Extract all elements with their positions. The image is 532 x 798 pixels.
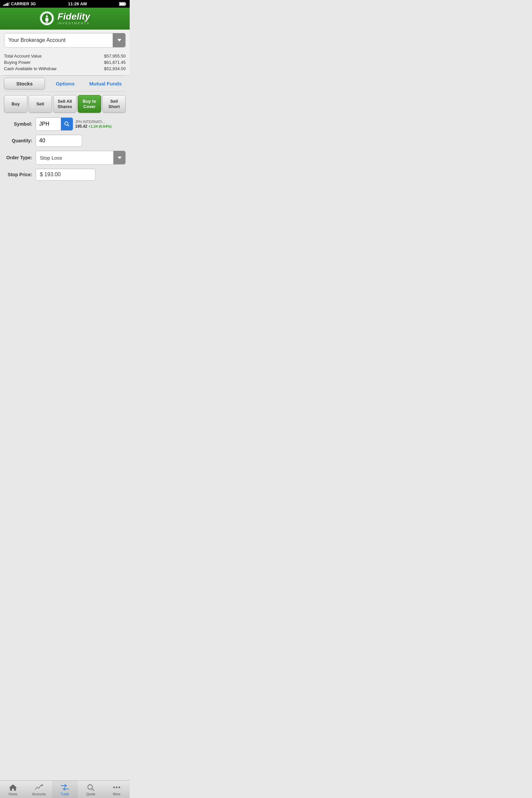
- symbol-row: Symbol: JPH INTERNATI... 195.42: [4, 117, 126, 131]
- quantity-label: Quantity:: [4, 138, 36, 143]
- status-bar: CARRIER 3G 11:26 AM: [0, 0, 130, 8]
- account-dropdown-button[interactable]: [113, 33, 125, 47]
- account-values: Total Account Value $57,955.50 Buying Po…: [0, 50, 130, 75]
- signal-bars: [3, 2, 10, 6]
- svg-marker-8: [117, 39, 121, 41]
- svg-line-10: [68, 125, 69, 126]
- quantity-row: Quantity:: [4, 135, 126, 147]
- tab-mutual-funds[interactable]: Mutual Funds: [86, 78, 126, 89]
- trade-type-section: Stocks Options Mutual Funds: [0, 75, 130, 92]
- status-time: 11:26 AM: [68, 1, 87, 6]
- symbol-info: JPH INTERNATI... 195.42 +1.24 (0.64%): [75, 120, 111, 129]
- symbol-search-button[interactable]: [61, 118, 73, 130]
- status-right: [119, 2, 126, 6]
- stop-price-label: Stop Price:: [4, 172, 36, 177]
- total-account-label: Total Account Value: [4, 54, 41, 58]
- sell-short-button[interactable]: SellShort: [102, 95, 126, 113]
- buy-button[interactable]: Buy: [4, 95, 27, 113]
- svg-rect-2: [119, 3, 125, 5]
- fidelity-logo-circle: [40, 11, 54, 25]
- fidelity-subtitle: INVESTMENTS: [58, 22, 90, 25]
- chevron-down-icon: [116, 37, 122, 43]
- symbol-control-wrap: JPH INTERNATI... 195.42 +1.24 (0.64%): [36, 117, 126, 131]
- buying-power-label: Buying Power: [4, 60, 31, 65]
- tab-options[interactable]: Options: [45, 78, 85, 89]
- sell-all-shares-button[interactable]: Sell AllShares: [53, 95, 76, 113]
- quantity-control-wrap: [36, 135, 126, 147]
- symbol-change: +1.24 (0.64%): [89, 125, 111, 128]
- svg-point-4: [45, 18, 49, 22]
- trade-form: Buy Sell Sell AllShares Buy toCover Sell…: [0, 92, 130, 188]
- fidelity-name: Fidelity: [58, 12, 90, 21]
- action-buttons: Buy Sell Sell AllShares Buy toCover Sell…: [4, 95, 126, 113]
- account-row-total: Total Account Value $57,955.50: [4, 53, 126, 59]
- svg-marker-11: [118, 157, 122, 159]
- symbol-input-group: JPH INTERNATI... 195.42 +1.24 (0.64%): [36, 117, 126, 131]
- order-type-label: Order Type:: [4, 155, 36, 160]
- account-section: Your Brokerage Account: [0, 30, 130, 50]
- symbol-input[interactable]: [36, 118, 61, 130]
- order-type-dropdown-arrow: [113, 151, 125, 164]
- fidelity-logo-icon: [41, 13, 52, 24]
- sell-button[interactable]: Sell: [28, 95, 52, 113]
- order-select-wrap: Market Limit Stop Loss Stop Limit Traili…: [36, 151, 126, 165]
- total-account-value: $57,955.50: [104, 54, 126, 58]
- status-left: CARRIER 3G: [3, 2, 36, 6]
- fidelity-text-wrap: Fidelity INVESTMENTS: [58, 12, 90, 25]
- quantity-input[interactable]: [36, 135, 82, 147]
- cash-available-value: $52,934.50: [104, 66, 126, 71]
- network-label: 3G: [31, 2, 36, 6]
- order-type-row: Order Type: Market Limit Stop Loss Stop …: [4, 151, 126, 165]
- symbol-input-wrap: [36, 117, 73, 131]
- symbol-label: Symbol:: [4, 121, 36, 127]
- account-selector-label: Your Brokerage Account: [4, 34, 113, 46]
- battery-icon: [119, 2, 126, 6]
- carrier-label: CARRIER: [11, 2, 29, 6]
- app-header: Fidelity INVESTMENTS: [0, 8, 130, 30]
- buy-to-cover-button[interactable]: Buy toCover: [78, 95, 101, 113]
- tab-stocks[interactable]: Stocks: [4, 78, 45, 90]
- stop-price-display[interactable]: $ 193.00: [36, 169, 95, 180]
- account-row-cash: Cash Available to Withdraw $52,934.50: [4, 65, 126, 72]
- symbol-name: JPH INTERNATI...: [75, 120, 111, 124]
- chevron-down-icon: [117, 155, 122, 160]
- order-type-control-wrap: Market Limit Stop Loss Stop Limit Traili…: [36, 151, 126, 165]
- order-type-select[interactable]: Market Limit Stop Loss Stop Limit Traili…: [36, 152, 113, 164]
- cash-available-label: Cash Available to Withdraw: [4, 66, 57, 71]
- trade-type-tabs: Stocks Options Mutual Funds: [4, 78, 126, 92]
- stop-price-row: Stop Price: $ 193.00: [4, 169, 126, 180]
- search-icon: [64, 121, 70, 127]
- buying-power-value: $61,871.45: [104, 60, 126, 65]
- account-row-buying-power: Buying Power $61,871.45: [4, 59, 126, 65]
- svg-rect-1: [125, 3, 126, 5]
- account-selector[interactable]: Your Brokerage Account: [4, 33, 126, 48]
- stop-price-control-wrap: $ 193.00: [36, 169, 126, 180]
- symbol-price-display: 195.42 +1.24 (0.64%): [75, 124, 111, 129]
